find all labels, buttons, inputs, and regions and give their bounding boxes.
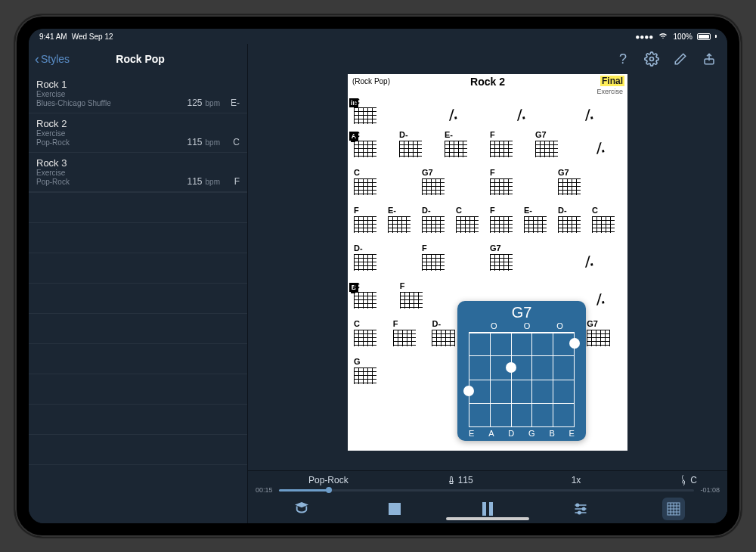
wifi-icon: [658, 32, 668, 41]
song-bpm: 125: [187, 98, 203, 108]
sheet-title: Rock 2: [348, 76, 627, 88]
progress-knob[interactable]: [326, 487, 332, 493]
chord-overlay-name: G7: [512, 304, 532, 321]
elapsed-time: 00:15: [256, 486, 273, 494]
player-speed[interactable]: 1x: [572, 475, 581, 485]
song-key: C: [228, 137, 240, 147]
chord-sheet[interactable]: Rock 2 (Rock Pop) Final Exercise in C: [348, 74, 627, 451]
topbar: ?: [248, 44, 727, 74]
remaining-time: -01:08: [700, 486, 720, 494]
svg-point-0: [650, 57, 654, 61]
bpm-unit: bpm: [206, 178, 220, 186]
back-button[interactable]: ‹ Styles: [35, 52, 70, 66]
battery-pct: 100%: [673, 33, 692, 41]
edit-button[interactable]: [673, 51, 688, 67]
chord-open-markers: O O O: [491, 321, 575, 330]
final-tag: Final: [600, 76, 624, 86]
metronome-icon[interactable]: 115: [447, 475, 473, 485]
mixer-button[interactable]: [569, 498, 592, 520]
svg-rect-2: [389, 503, 401, 515]
chevron-left-icon: ‹: [35, 52, 39, 66]
player-tempo: 115: [458, 475, 473, 485]
song-title: Rock 3: [36, 157, 240, 169]
song-bpm: 115: [187, 137, 203, 147]
song-key: F: [228, 176, 240, 187]
back-label: Styles: [41, 53, 70, 65]
chord-diagram: [469, 332, 575, 427]
chord-view-button[interactable]: [662, 498, 685, 520]
svg-point-7: [578, 511, 580, 513]
practice-mode-button[interactable]: [290, 498, 313, 520]
share-button[interactable]: [702, 51, 717, 67]
help-button[interactable]: ?: [615, 51, 631, 67]
svg-point-5: [576, 504, 578, 506]
status-time: 9:41 AM: [39, 33, 67, 41]
stop-button[interactable]: [383, 498, 406, 520]
bpm-unit: bpm: [206, 138, 220, 147]
song-list[interactable]: Rock 1 Exercise Blues-Chicago Shuffle 12…: [29, 74, 247, 523]
home-indicator[interactable]: [446, 517, 529, 520]
song-bpm: 115: [187, 176, 203, 187]
signal-icon: ●●●●: [635, 33, 653, 41]
main-pane: ? Rock 2 (Rock Pop) Final: [248, 44, 727, 523]
empty-list-area: [29, 192, 247, 465]
song-item[interactable]: Rock 3 Exercise Pop-Rock 115 bpm F: [29, 153, 247, 192]
player-bar: Pop-Rock 115 1x C: [248, 470, 727, 523]
settings-button[interactable]: [644, 51, 659, 67]
tablet-frame: 9:41 AM Wed Sep 12 ●●●● 100% ‹ Styles: [15, 15, 741, 537]
pause-button[interactable]: [476, 498, 499, 520]
song-key: E-: [228, 98, 240, 108]
sidebar: ‹ Styles Rock Pop Rock 1 Exercise Blues-…: [29, 44, 248, 523]
player-key-button[interactable]: C: [679, 474, 697, 486]
song-item[interactable]: Rock 2 Exercise Pop-Rock 115 bpm C: [29, 113, 247, 153]
sidebar-title: Rock Pop: [70, 53, 211, 65]
bpm-unit: bpm: [206, 99, 220, 107]
svg-rect-4: [489, 502, 493, 516]
svg-rect-3: [482, 502, 486, 516]
song-title: Rock 2: [36, 118, 240, 129]
string-labels: E A D G B E: [469, 429, 575, 438]
sidebar-header: ‹ Styles Rock Pop: [29, 44, 247, 74]
song-title: Rock 1: [36, 79, 240, 90]
player-style[interactable]: Pop-Rock: [308, 475, 349, 485]
screen: 9:41 AM Wed Sep 12 ●●●● 100% ‹ Styles: [29, 29, 727, 523]
battery-icon: [697, 33, 711, 40]
svg-point-6: [582, 507, 584, 510]
status-bar: 9:41 AM Wed Sep 12 ●●●● 100%: [29, 29, 727, 44]
sheet-area[interactable]: Rock 2 (Rock Pop) Final Exercise in C: [248, 74, 727, 470]
chord-overlay[interactable]: G7 O O O E A D G: [457, 301, 586, 441]
progress-bar[interactable]: [279, 489, 695, 492]
status-date: Wed Sep 12: [72, 33, 113, 41]
song-item[interactable]: Rock 1 Exercise Blues-Chicago Shuffle 12…: [29, 74, 247, 113]
exercise-tag: Exercise: [596, 88, 623, 95]
